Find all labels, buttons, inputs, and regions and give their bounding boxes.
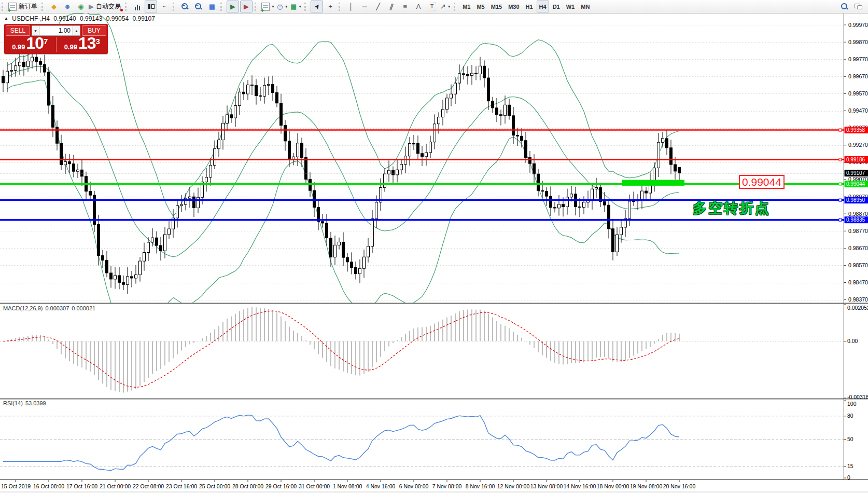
dropdown-caret-icon: ▼	[271, 5, 275, 8]
close-value: 0.99107	[132, 15, 155, 22]
svg-text:0.99358: 0.99358	[846, 127, 865, 133]
buy-price-display[interactable]: 0.99133	[57, 36, 108, 53]
cursor-icon: ➤	[313, 2, 321, 10]
zoom-in-button[interactable]: +	[179, 1, 191, 12]
svg-text:0: 0	[847, 474, 850, 481]
text-label-button[interactable]: T	[426, 1, 438, 12]
tf-m15-button[interactable]: M15	[488, 1, 505, 12]
tile-windows-icon: ▦	[209, 3, 215, 10]
equidistant-channel-button[interactable]: ∥	[385, 1, 398, 12]
auto-scroll-icon: ▶	[230, 3, 235, 10]
new-order-button[interactable]: +新订单	[8, 1, 39, 12]
toolbar-grip	[255, 3, 258, 11]
tile-windows-button[interactable]: ▦	[206, 1, 218, 12]
macd-indicator-label: MACD(12,26,9)0.0003070.000021	[3, 305, 98, 311]
new-order-icon: +	[8, 3, 17, 11]
collapse-panel-icon[interactable]: ▲	[4, 16, 8, 21]
chart-shift-button[interactable]: ▶	[240, 1, 253, 12]
mt4-terminal: { "toolbar": { "groups": [ {"name":"trad…	[0, 0, 868, 493]
trendline-button[interactable]: ╱	[372, 1, 384, 12]
open-value: 0.99140	[53, 15, 76, 22]
periods-button[interactable]: ◷▼	[276, 1, 289, 12]
trendline-icon: ╱	[376, 3, 380, 10]
dropdown-caret-icon: ▼	[298, 5, 302, 8]
svg-text:12 Nov 00:00: 12 Nov 00:00	[497, 483, 530, 489]
bar-chart-button[interactable]	[131, 1, 144, 12]
svg-text:6 Nov 00:00: 6 Nov 00:00	[399, 483, 429, 489]
svg-text:25 Oct 00:00: 25 Oct 00:00	[199, 483, 230, 489]
svg-text:0.98470: 0.98470	[848, 279, 868, 285]
service-group: ◆☻◉▶自动交易	[40, 0, 123, 13]
svg-text:0.99270: 0.99270	[848, 142, 868, 148]
zoom-group: +−▦	[171, 0, 219, 13]
tf-m5-button[interactable]: M5	[474, 1, 487, 12]
tf-d1-button[interactable]: D1	[550, 1, 563, 12]
turning-point-annotation[interactable]: 多空转折点	[693, 199, 771, 217]
tf-mn-button[interactable]: MN	[578, 1, 592, 12]
zoom-out-button[interactable]: −	[192, 1, 205, 12]
tf-h4-button[interactable]: H4	[537, 1, 549, 12]
insert-group: +▼◷▼▦▼	[253, 0, 303, 13]
templates-button[interactable]: ▦▼	[290, 1, 302, 12]
search-button[interactable]	[838, 1, 851, 12]
chart-canvas[interactable]: 0.999700.998700.997700.996700.995700.994…	[0, 0, 868, 493]
signal-icon: ◉	[78, 3, 83, 10]
chart-shift-icon: ▶	[244, 3, 249, 10]
metaeditor-button[interactable]: ◆	[48, 1, 60, 12]
toolbar-grip	[41, 3, 45, 11]
tf-m1-button[interactable]: M1	[460, 1, 473, 12]
volume-input[interactable]	[39, 25, 73, 36]
market-profile-button[interactable]: ☻	[61, 1, 74, 12]
trade-group: +新订单	[0, 0, 40, 13]
svg-text:0.98770: 0.98770	[848, 228, 868, 234]
tf-m30-button[interactable]: M30	[506, 1, 522, 12]
cursor-button[interactable]: ➤	[311, 1, 323, 12]
svg-text:31 Oct 00:00: 31 Oct 00:00	[299, 483, 330, 489]
svg-text:0.98670: 0.98670	[848, 245, 868, 251]
clock-icon: ◷	[277, 3, 283, 10]
timeframe-group: M1M5M15M30H1H4D1W1MN	[452, 0, 593, 13]
indicators-button[interactable]: +▼	[261, 1, 275, 12]
auto-scroll-button[interactable]: ▶	[227, 1, 239, 12]
chart-type-group: ~	[123, 0, 171, 13]
channel-icon: ∥	[389, 3, 395, 10]
tf-w1-button[interactable]: W1	[564, 1, 578, 12]
horizontal-line-button[interactable]: ─	[358, 1, 371, 12]
text-label-icon: T	[429, 3, 436, 10]
line-chart-button[interactable]: ~	[158, 1, 171, 12]
svg-text:0.99970: 0.99970	[848, 22, 868, 28]
signals-button[interactable]: ◉	[75, 1, 87, 12]
fibonacci-icon: ≡	[403, 3, 407, 10]
autotrading-icon: ▶	[89, 3, 94, 10]
autotrading-button[interactable]: ▶自动交易	[88, 1, 123, 12]
svg-text:17 Oct 16:00: 17 Oct 16:00	[66, 483, 97, 489]
svg-text:0.98950: 0.98950	[846, 197, 865, 203]
svg-text:23 Oct 16:00: 23 Oct 16:00	[166, 483, 197, 489]
svg-text:18 Nov 00:00: 18 Nov 00:00	[597, 483, 629, 489]
arrows-button[interactable]: ↗▼	[439, 1, 452, 12]
vertical-line-button[interactable]: │	[345, 1, 357, 12]
svg-text:29 Oct 16:00: 29 Oct 16:00	[265, 483, 297, 489]
toolbar-grip	[304, 3, 308, 11]
svg-text:0.99570: 0.99570	[848, 90, 868, 97]
text-button[interactable]: A	[412, 1, 425, 12]
candlestick-chart-button[interactable]	[145, 1, 157, 12]
svg-text:15 Oct 2019: 15 Oct 2019	[1, 483, 31, 489]
svg-text:0.99186: 0.99186	[846, 157, 865, 162]
chat-button[interactable]	[852, 1, 864, 12]
zoom-out-icon: −	[195, 3, 202, 10]
price-callout-label[interactable]: 0.99044	[739, 175, 785, 189]
svg-text:28 Oct 08:00: 28 Oct 08:00	[232, 483, 263, 489]
svg-text:0.98870: 0.98870	[848, 211, 868, 217]
text-icon: A	[416, 3, 421, 10]
crosshair-button[interactable]: +	[324, 1, 337, 12]
svg-text:100: 100	[847, 401, 857, 407]
svg-text:0.98370: 0.98370	[848, 296, 868, 303]
fibonacci-button[interactable]: ≡	[399, 1, 411, 12]
svg-text:15: 15	[847, 463, 853, 469]
svg-text:0.98570: 0.98570	[848, 262, 868, 268]
sell-price-display[interactable]: 0.99107	[4, 36, 56, 53]
template-icon: ▦	[290, 3, 297, 10]
profile-icon: ☻	[64, 3, 71, 10]
tf-h1-button[interactable]: H1	[523, 1, 536, 12]
